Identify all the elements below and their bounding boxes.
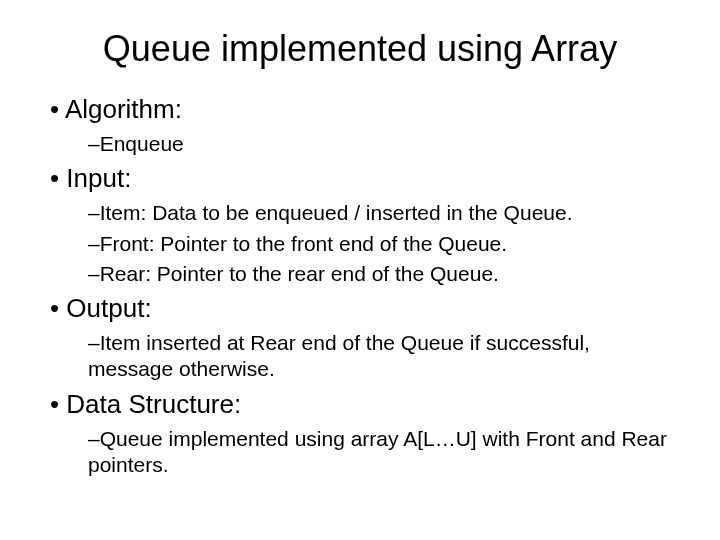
output-section: • Output: –Item inserted at Rear end of … [50, 293, 670, 383]
algorithm-heading: • Algorithm: [50, 94, 670, 125]
algorithm-section: • Algorithm: –Enqueue [50, 94, 670, 157]
datastructure-item: –Queue implemented using array A[L…U] wi… [50, 426, 670, 479]
slide-title: Queue implemented using Array [50, 28, 670, 70]
slide-container: Queue implemented using Array • Algorith… [0, 0, 720, 504]
input-item: –Rear: Pointer to the rear end of the Qu… [50, 261, 670, 287]
input-section: • Input: –Item: Data to be enqueued / in… [50, 163, 670, 287]
output-heading: • Output: [50, 293, 670, 324]
input-item: –Item: Data to be enqueued / inserted in… [50, 200, 670, 226]
output-item: –Item inserted at Rear end of the Queue … [50, 330, 670, 383]
input-heading: • Input: [50, 163, 670, 194]
algorithm-item: –Enqueue [50, 131, 670, 157]
input-item: –Front: Pointer to the front end of the … [50, 231, 670, 257]
datastructure-heading: • Data Structure: [50, 389, 670, 420]
datastructure-section: • Data Structure: –Queue implemented usi… [50, 389, 670, 479]
